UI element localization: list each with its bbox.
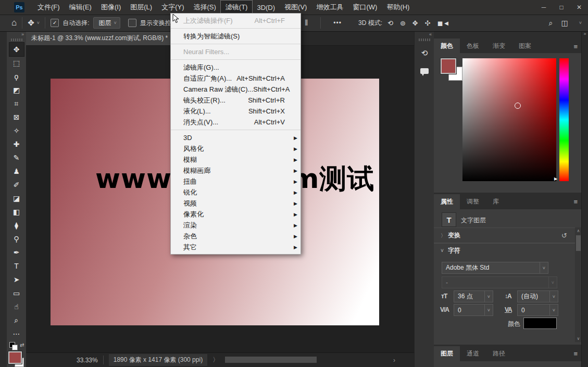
scroll-right-icon[interactable]: ›: [393, 357, 395, 364]
menu-item[interactable]: 窗口(W): [348, 1, 382, 14]
menu-item[interactable]: 编辑(E): [65, 1, 96, 14]
pan-3d-icon[interactable]: ✥: [412, 19, 418, 27]
panel-tab[interactable]: 渐变: [486, 39, 512, 53]
menu-item[interactable]: 增效工具: [311, 1, 348, 14]
filter-menu-item[interactable]: 模糊画廊 ▶: [171, 165, 301, 176]
more-tools[interactable]: ⋯: [9, 327, 24, 340]
workspace-icon[interactable]: ◫: [561, 19, 568, 27]
slide-3d-icon[interactable]: ✣: [425, 19, 431, 27]
auto-select-checkbox[interactable]: ✓: [51, 19, 59, 27]
filter-menu-item[interactable]: 像素化 ▶: [171, 209, 301, 220]
filter-menu-item[interactable]: 模糊 ▶: [171, 154, 301, 165]
kerning-dropdown[interactable]: 0 ˅: [454, 304, 493, 316]
filter-menu-item[interactable]: 杂色 ▶: [171, 231, 301, 242]
menu-item[interactable]: 滤镜(T): [221, 1, 253, 14]
filter-menu-item[interactable]: 3D ▶: [171, 132, 301, 143]
filter-menu-item[interactable]: ▶: [171, 28, 301, 29]
eraser-tool[interactable]: ◪: [9, 192, 24, 205]
dodge-tool[interactable]: ⚲: [9, 232, 24, 246]
move-tool-icon[interactable]: ✥: [28, 18, 34, 28]
filter-menu-item[interactable]: Camera Raw 滤镜(C)... Shift+Ctrl+A ▶: [171, 84, 301, 95]
chevron-down-icon[interactable]: ˅: [579, 20, 582, 26]
home-icon[interactable]: ⌂: [11, 18, 17, 28]
filter-menu-item[interactable]: 风格化 ▶: [171, 143, 301, 154]
panel-strip-grip[interactable]: [419, 39, 430, 41]
close-button[interactable]: ✕: [570, 0, 588, 15]
character-section-header[interactable]: ˅ 字符: [434, 243, 582, 258]
path-selection-tool[interactable]: ➤: [9, 273, 24, 286]
hue-slider-pointer[interactable]: ▶: [554, 176, 557, 181]
color-picker-marker[interactable]: [515, 103, 521, 109]
pen-tool[interactable]: ✒: [9, 246, 24, 259]
maximize-button[interactable]: □: [553, 0, 570, 15]
gradient-tool[interactable]: ◧: [9, 205, 24, 219]
filter-menu-item[interactable]: 锐化 ▶: [171, 187, 301, 198]
font-size-dropdown[interactable]: 36 点 ˅: [454, 290, 493, 302]
clone-stamp-tool[interactable]: ♟: [9, 164, 24, 178]
filter-menu-item[interactable]: 转换为智能滤镜(S) ▶: [171, 31, 301, 42]
panel-tab[interactable]: 色板: [460, 39, 486, 53]
menu-item[interactable]: 文字(Y): [157, 1, 189, 14]
filter-menu-item[interactable]: Neural Filters... ▶: [171, 46, 301, 57]
menu-item[interactable]: 视图(V): [280, 1, 311, 14]
tracking-dropdown[interactable]: 0 ˅: [517, 304, 558, 316]
leading-dropdown[interactable]: (自动) ˅: [517, 290, 558, 302]
reset-transform-icon[interactable]: ↺: [561, 232, 567, 239]
scroll-left-icon[interactable]: ‹: [148, 357, 151, 364]
hand-tool[interactable]: ☝: [9, 300, 24, 313]
panel-tab[interactable]: 路径: [486, 346, 512, 361]
frame-tool[interactable]: ⊠: [9, 110, 24, 124]
menu-item[interactable]: 文件(F): [33, 1, 65, 14]
foreground-color-swatch[interactable]: [441, 58, 456, 74]
text-color-swatch[interactable]: [523, 318, 557, 329]
comments-panel-button[interactable]: [417, 64, 432, 78]
menu-item[interactable]: 图层(L): [126, 1, 157, 14]
document-tab[interactable]: 未标题-1 @ 33.3% (www.uzzf.com测试, RGB/8) * …: [26, 31, 182, 45]
filter-menu-item[interactable]: 渲染 ▶: [171, 220, 301, 231]
filter-menu-item[interactable]: 视频 ▶: [171, 198, 301, 209]
filter-menu-item[interactable]: 上次滤镜操作(F) Alt+Ctrl+F ▶: [171, 15, 301, 26]
status-expand-icon[interactable]: 〉: [212, 356, 219, 364]
auto-select-target-dropdown[interactable]: 图层 ˅: [93, 17, 120, 29]
default-background-swatch[interactable]: [12, 345, 18, 350]
move-tool[interactable]: ✥: [9, 43, 24, 56]
menu-item[interactable]: 选择(S): [189, 1, 220, 14]
rectangular-marquee-tool[interactable]: ⬚: [9, 56, 24, 70]
distribute-icon[interactable]: ⫼: [305, 19, 308, 27]
menu-item[interactable]: 图像(I): [96, 1, 126, 14]
scrollbar-thumb[interactable]: [576, 235, 581, 251]
filter-menu-item[interactable]: ▶: [171, 44, 301, 44]
font-family-dropdown[interactable]: Adobe 黑体 Std ˅: [442, 262, 548, 274]
healing-brush-tool[interactable]: ✚: [9, 137, 24, 151]
menu-item[interactable]: 帮助(H): [382, 1, 414, 14]
panel-tab[interactable]: 库: [486, 194, 506, 209]
type-tool[interactable]: T: [9, 259, 24, 273]
panel-tab[interactable]: 图案: [512, 39, 538, 53]
transform-section-header[interactable]: 〉 变换 ↺: [434, 227, 582, 244]
panel-tab[interactable]: 通道: [460, 346, 486, 361]
horizontal-scrollbar-thumb[interactable]: [225, 357, 317, 363]
roll-3d-icon[interactable]: ⊚: [400, 19, 406, 27]
foreground-color-swatch[interactable]: [8, 351, 22, 364]
lasso-tool[interactable]: ϙ: [9, 70, 24, 83]
panel-tab[interactable]: 颜色: [434, 39, 460, 53]
minimize-button[interactable]: ─: [535, 0, 553, 15]
crop-tool[interactable]: ⌗: [9, 97, 24, 110]
panel-tab[interactable]: 属性: [434, 194, 460, 209]
swap-colors-icon[interactable]: ⇄: [20, 342, 24, 348]
toolbar-collapse-icon[interactable]: »: [21, 31, 26, 38]
filter-menu-item[interactable]: ▶: [171, 59, 301, 60]
filter-menu-item[interactable]: 自适应广角(A)... Alt+Shift+Ctrl+A ▶: [171, 73, 301, 84]
font-style-dropdown[interactable]: - ˅: [442, 276, 557, 288]
filter-menu-item[interactable]: 消失点(V)... Alt+Ctrl+V ▶: [171, 117, 301, 128]
eyedropper-tool[interactable]: ✧: [9, 124, 24, 137]
object-selection-tool[interactable]: ◩: [9, 83, 24, 97]
filter-menu-item[interactable]: ▶: [171, 130, 301, 130]
menu-item[interactable]: 3D(D): [252, 2, 280, 14]
more-options-icon[interactable]: •••: [333, 19, 342, 27]
chevron-down-icon[interactable]: ˅: [37, 20, 40, 26]
orbit-3d-icon[interactable]: ⟲: [387, 19, 393, 27]
panel-menu-icon[interactable]: ≡: [573, 198, 578, 206]
panel-tab[interactable]: 图层: [434, 346, 460, 361]
panel-menu-icon[interactable]: ≡: [573, 350, 578, 358]
